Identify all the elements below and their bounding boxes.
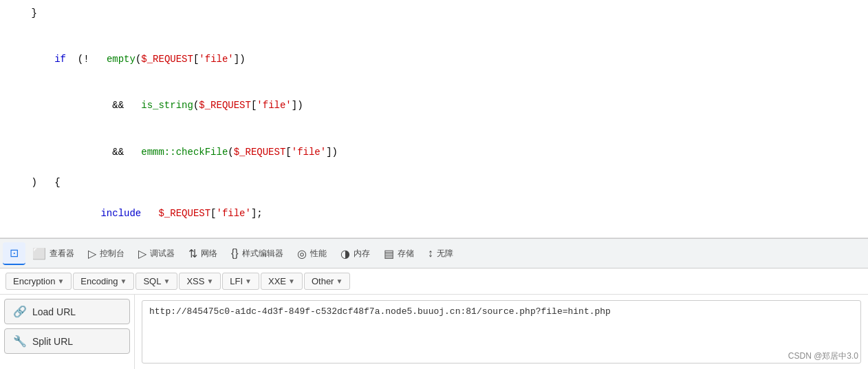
xxe-label: XXE xyxy=(268,276,286,286)
storage-icon: ▤ xyxy=(384,247,394,260)
load-url-icon: 🔗 xyxy=(13,305,27,318)
xxe-button[interactable]: XXE ▼ xyxy=(261,273,303,290)
bottom-area: 🔗 Load URL 🔧 Split URL CSDN @郑居中3.0 xyxy=(0,295,868,369)
code-line xyxy=(0,21,868,36)
console-icon: ▷ xyxy=(88,247,96,260)
network-icon: ⇅ xyxy=(188,247,197,260)
lfi-button[interactable]: LFI ▼ xyxy=(222,273,259,290)
other-dropdown-arrow: ▼ xyxy=(336,277,343,285)
xss-label: XSS xyxy=(186,276,204,286)
encryption-dropdown-arrow: ▼ xyxy=(57,277,64,285)
tab-elements[interactable]: ⬜ 查看器 xyxy=(25,243,81,264)
left-buttons: 🔗 Load URL 🔧 Split URL xyxy=(0,295,135,369)
split-url-icon: 🔧 xyxy=(13,335,27,348)
debugger-icon: ▷ xyxy=(138,247,147,260)
devtools-first-icon[interactable]: ⊡ xyxy=(3,242,25,265)
split-url-button[interactable]: 🔧 Split URL xyxy=(4,328,130,354)
code-line: if (! empty($_REQUEST['file']) xyxy=(0,36,868,83)
xss-button[interactable]: XSS ▼ xyxy=(179,273,221,290)
code-line: && is_string($_REQUEST['file']) xyxy=(0,83,868,129)
tab-accessibility-label: 无障 xyxy=(437,248,453,260)
tab-network[interactable]: ⇅ 网络 xyxy=(182,243,224,264)
tab-performance-label: 性能 xyxy=(310,248,327,260)
tab-style-editor-label: 样式编辑器 xyxy=(242,248,283,260)
watermark-text: CSDN @郑居中3.0 xyxy=(788,350,858,362)
tab-network-label: 网络 xyxy=(201,248,217,260)
code-line: exit; xyxy=(0,237,868,238)
url-area: CSDN @郑居中3.0 xyxy=(135,295,868,369)
encryption-button[interactable]: Encryption ▼ xyxy=(6,273,72,290)
other-label: Other xyxy=(312,276,334,286)
sql-button[interactable]: SQL ▼ xyxy=(135,273,177,290)
tab-style-editor[interactable]: {} 样式编辑器 xyxy=(224,243,290,264)
lfi-dropdown-arrow: ▼ xyxy=(245,277,252,285)
tab-console-label: 控制台 xyxy=(100,248,124,260)
devtools-bar: ⊡ ⬜ 查看器 ▷ 控制台 ▷ 调试器 ⇅ 网络 {} 样式编辑器 ◎ 性能 ◑… xyxy=(0,238,868,268)
inspector-icon: ⊡ xyxy=(10,246,19,260)
performance-icon: ◎ xyxy=(297,247,307,260)
xss-dropdown-arrow: ▼ xyxy=(206,277,213,285)
tab-console[interactable]: ▷ 控制台 xyxy=(81,243,131,264)
lfi-label: LFI xyxy=(230,276,243,286)
sql-label: SQL xyxy=(143,276,161,286)
tab-debugger[interactable]: ▷ 调试器 xyxy=(131,243,182,264)
tab-elements-label: 查看器 xyxy=(50,248,74,260)
elements-icon: ⬜ xyxy=(32,247,46,260)
encoding-label: Encoding xyxy=(80,276,118,286)
tab-memory[interactable]: ◑ 内存 xyxy=(334,243,377,264)
accessibility-icon: ↕ xyxy=(428,247,433,260)
memory-icon: ◑ xyxy=(340,247,350,260)
code-line: ) { xyxy=(0,175,868,190)
encoding-button[interactable]: Encoding ▼ xyxy=(73,273,134,290)
encryption-label: Encryption xyxy=(13,276,55,286)
split-url-label: Split URL xyxy=(32,336,73,347)
encoding-dropdown-arrow: ▼ xyxy=(120,277,127,285)
code-display: } if (! empty($_REQUEST['file']) && is_s… xyxy=(0,0,868,238)
xxe-dropdown-arrow: ▼ xyxy=(288,277,295,285)
tab-storage-label: 存储 xyxy=(398,248,414,260)
tab-storage[interactable]: ▤ 存储 xyxy=(377,243,421,264)
other-button[interactable]: Other ▼ xyxy=(304,273,350,290)
load-url-label: Load URL xyxy=(32,306,76,317)
load-url-button[interactable]: 🔗 Load URL xyxy=(4,299,130,324)
url-input[interactable] xyxy=(142,300,861,363)
toolbar: Encryption ▼ Encoding ▼ SQL ▼ XSS ▼ LFI … xyxy=(0,268,868,295)
tab-memory-label: 内存 xyxy=(354,248,370,260)
style-editor-icon: {} xyxy=(231,247,239,260)
tab-debugger-label: 调试器 xyxy=(150,248,175,260)
code-line: include $_REQUEST['file']; xyxy=(0,191,868,237)
code-line: } xyxy=(0,6,868,21)
code-line: && emmm::checkFile($_REQUEST['file']) xyxy=(0,129,868,175)
tab-accessibility[interactable]: ↕ 无障 xyxy=(421,243,460,264)
tab-performance[interactable]: ◎ 性能 xyxy=(290,243,334,264)
sql-dropdown-arrow: ▼ xyxy=(163,277,170,285)
